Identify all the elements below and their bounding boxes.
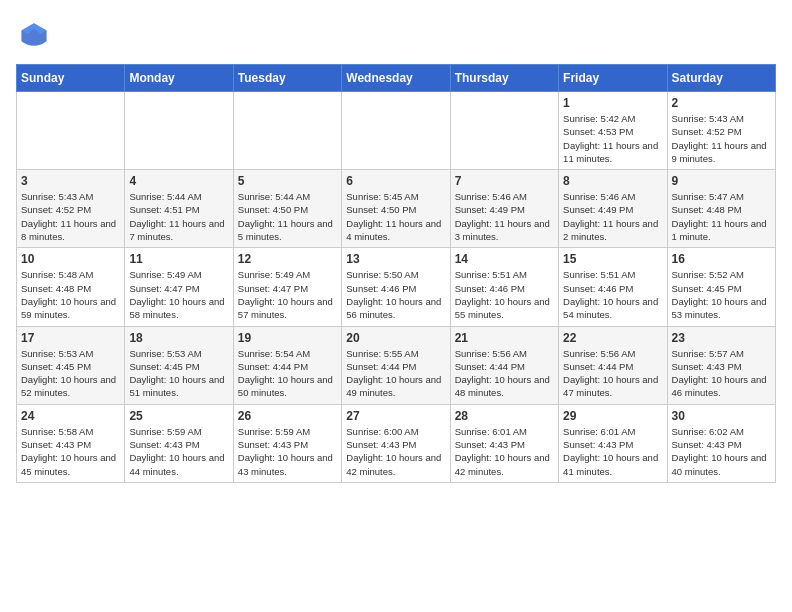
header-cell-sunday: Sunday	[17, 65, 125, 92]
day-number: 19	[238, 331, 337, 345]
day-number: 9	[672, 174, 771, 188]
day-info: Sunrise: 5:51 AM Sunset: 4:46 PM Dayligh…	[455, 268, 554, 321]
day-cell: 18Sunrise: 5:53 AM Sunset: 4:45 PM Dayli…	[125, 326, 233, 404]
header-cell-monday: Monday	[125, 65, 233, 92]
day-cell: 13Sunrise: 5:50 AM Sunset: 4:46 PM Dayli…	[342, 248, 450, 326]
day-cell: 11Sunrise: 5:49 AM Sunset: 4:47 PM Dayli…	[125, 248, 233, 326]
day-cell: 21Sunrise: 5:56 AM Sunset: 4:44 PM Dayli…	[450, 326, 558, 404]
day-info: Sunrise: 5:59 AM Sunset: 4:43 PM Dayligh…	[238, 425, 337, 478]
day-info: Sunrise: 5:49 AM Sunset: 4:47 PM Dayligh…	[129, 268, 228, 321]
day-cell	[450, 92, 558, 170]
day-number: 21	[455, 331, 554, 345]
day-info: Sunrise: 5:53 AM Sunset: 4:45 PM Dayligh…	[129, 347, 228, 400]
header-cell-friday: Friday	[559, 65, 667, 92]
week-row-4: 17Sunrise: 5:53 AM Sunset: 4:45 PM Dayli…	[17, 326, 776, 404]
week-row-2: 3Sunrise: 5:43 AM Sunset: 4:52 PM Daylig…	[17, 170, 776, 248]
day-cell: 17Sunrise: 5:53 AM Sunset: 4:45 PM Dayli…	[17, 326, 125, 404]
day-cell	[17, 92, 125, 170]
day-info: Sunrise: 5:48 AM Sunset: 4:48 PM Dayligh…	[21, 268, 120, 321]
day-number: 17	[21, 331, 120, 345]
day-cell: 27Sunrise: 6:00 AM Sunset: 4:43 PM Dayli…	[342, 404, 450, 482]
day-number: 16	[672, 252, 771, 266]
day-number: 29	[563, 409, 662, 423]
day-info: Sunrise: 5:52 AM Sunset: 4:45 PM Dayligh…	[672, 268, 771, 321]
day-cell: 24Sunrise: 5:58 AM Sunset: 4:43 PM Dayli…	[17, 404, 125, 482]
calendar-table: SundayMondayTuesdayWednesdayThursdayFrid…	[16, 64, 776, 483]
header-cell-thursday: Thursday	[450, 65, 558, 92]
week-row-3: 10Sunrise: 5:48 AM Sunset: 4:48 PM Dayli…	[17, 248, 776, 326]
day-info: Sunrise: 5:57 AM Sunset: 4:43 PM Dayligh…	[672, 347, 771, 400]
day-cell: 15Sunrise: 5:51 AM Sunset: 4:46 PM Dayli…	[559, 248, 667, 326]
day-info: Sunrise: 5:58 AM Sunset: 4:43 PM Dayligh…	[21, 425, 120, 478]
day-cell: 16Sunrise: 5:52 AM Sunset: 4:45 PM Dayli…	[667, 248, 775, 326]
day-info: Sunrise: 5:50 AM Sunset: 4:46 PM Dayligh…	[346, 268, 445, 321]
day-number: 8	[563, 174, 662, 188]
day-info: Sunrise: 5:56 AM Sunset: 4:44 PM Dayligh…	[455, 347, 554, 400]
day-cell: 19Sunrise: 5:54 AM Sunset: 4:44 PM Dayli…	[233, 326, 341, 404]
day-info: Sunrise: 6:01 AM Sunset: 4:43 PM Dayligh…	[455, 425, 554, 478]
day-cell: 1Sunrise: 5:42 AM Sunset: 4:53 PM Daylig…	[559, 92, 667, 170]
day-number: 23	[672, 331, 771, 345]
day-info: Sunrise: 5:54 AM Sunset: 4:44 PM Dayligh…	[238, 347, 337, 400]
day-info: Sunrise: 5:49 AM Sunset: 4:47 PM Dayligh…	[238, 268, 337, 321]
day-info: Sunrise: 5:51 AM Sunset: 4:46 PM Dayligh…	[563, 268, 662, 321]
day-number: 12	[238, 252, 337, 266]
day-info: Sunrise: 5:55 AM Sunset: 4:44 PM Dayligh…	[346, 347, 445, 400]
header-cell-tuesday: Tuesday	[233, 65, 341, 92]
day-number: 2	[672, 96, 771, 110]
day-info: Sunrise: 5:46 AM Sunset: 4:49 PM Dayligh…	[563, 190, 662, 243]
day-info: Sunrise: 5:47 AM Sunset: 4:48 PM Dayligh…	[672, 190, 771, 243]
day-cell: 25Sunrise: 5:59 AM Sunset: 4:43 PM Dayli…	[125, 404, 233, 482]
week-row-1: 1Sunrise: 5:42 AM Sunset: 4:53 PM Daylig…	[17, 92, 776, 170]
logo-icon	[16, 16, 52, 52]
day-number: 24	[21, 409, 120, 423]
day-cell: 7Sunrise: 5:46 AM Sunset: 4:49 PM Daylig…	[450, 170, 558, 248]
header	[16, 16, 776, 52]
day-info: Sunrise: 5:56 AM Sunset: 4:44 PM Dayligh…	[563, 347, 662, 400]
day-cell: 4Sunrise: 5:44 AM Sunset: 4:51 PM Daylig…	[125, 170, 233, 248]
day-cell: 23Sunrise: 5:57 AM Sunset: 4:43 PM Dayli…	[667, 326, 775, 404]
day-info: Sunrise: 5:43 AM Sunset: 4:52 PM Dayligh…	[21, 190, 120, 243]
day-cell: 29Sunrise: 6:01 AM Sunset: 4:43 PM Dayli…	[559, 404, 667, 482]
day-info: Sunrise: 5:42 AM Sunset: 4:53 PM Dayligh…	[563, 112, 662, 165]
day-number: 28	[455, 409, 554, 423]
day-info: Sunrise: 5:59 AM Sunset: 4:43 PM Dayligh…	[129, 425, 228, 478]
day-number: 30	[672, 409, 771, 423]
day-info: Sunrise: 6:00 AM Sunset: 4:43 PM Dayligh…	[346, 425, 445, 478]
day-number: 11	[129, 252, 228, 266]
day-cell: 22Sunrise: 5:56 AM Sunset: 4:44 PM Dayli…	[559, 326, 667, 404]
day-info: Sunrise: 5:43 AM Sunset: 4:52 PM Dayligh…	[672, 112, 771, 165]
day-cell	[342, 92, 450, 170]
day-cell: 8Sunrise: 5:46 AM Sunset: 4:49 PM Daylig…	[559, 170, 667, 248]
day-number: 6	[346, 174, 445, 188]
week-row-5: 24Sunrise: 5:58 AM Sunset: 4:43 PM Dayli…	[17, 404, 776, 482]
day-info: Sunrise: 5:53 AM Sunset: 4:45 PM Dayligh…	[21, 347, 120, 400]
day-info: Sunrise: 5:44 AM Sunset: 4:50 PM Dayligh…	[238, 190, 337, 243]
day-number: 25	[129, 409, 228, 423]
day-info: Sunrise: 6:01 AM Sunset: 4:43 PM Dayligh…	[563, 425, 662, 478]
day-cell: 2Sunrise: 5:43 AM Sunset: 4:52 PM Daylig…	[667, 92, 775, 170]
day-number: 13	[346, 252, 445, 266]
day-info: Sunrise: 5:44 AM Sunset: 4:51 PM Dayligh…	[129, 190, 228, 243]
day-number: 10	[21, 252, 120, 266]
header-cell-wednesday: Wednesday	[342, 65, 450, 92]
day-number: 20	[346, 331, 445, 345]
day-cell: 6Sunrise: 5:45 AM Sunset: 4:50 PM Daylig…	[342, 170, 450, 248]
day-info: Sunrise: 6:02 AM Sunset: 4:43 PM Dayligh…	[672, 425, 771, 478]
day-cell: 10Sunrise: 5:48 AM Sunset: 4:48 PM Dayli…	[17, 248, 125, 326]
day-cell	[233, 92, 341, 170]
day-number: 15	[563, 252, 662, 266]
day-number: 5	[238, 174, 337, 188]
day-number: 3	[21, 174, 120, 188]
header-row: SundayMondayTuesdayWednesdayThursdayFrid…	[17, 65, 776, 92]
day-info: Sunrise: 5:45 AM Sunset: 4:50 PM Dayligh…	[346, 190, 445, 243]
day-cell: 12Sunrise: 5:49 AM Sunset: 4:47 PM Dayli…	[233, 248, 341, 326]
day-number: 18	[129, 331, 228, 345]
header-cell-saturday: Saturday	[667, 65, 775, 92]
day-number: 7	[455, 174, 554, 188]
day-cell	[125, 92, 233, 170]
day-cell: 30Sunrise: 6:02 AM Sunset: 4:43 PM Dayli…	[667, 404, 775, 482]
day-number: 1	[563, 96, 662, 110]
day-cell: 9Sunrise: 5:47 AM Sunset: 4:48 PM Daylig…	[667, 170, 775, 248]
day-number: 22	[563, 331, 662, 345]
